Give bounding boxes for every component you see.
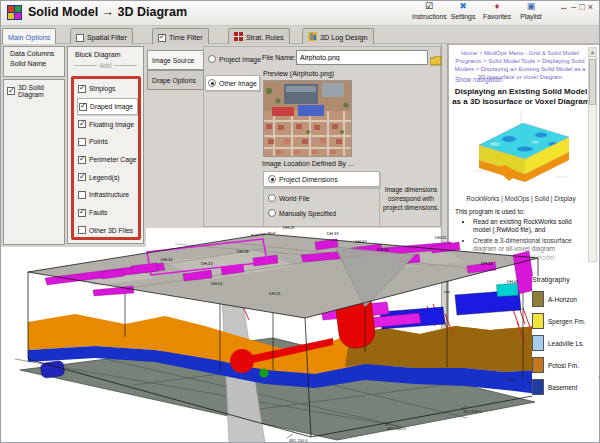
- settings-button[interactable]: ✖ Settings: [446, 1, 480, 20]
- option-draped-image[interactable]: Draped Image: [77, 98, 138, 116]
- favorites-button[interactable]: ♦ Favorites: [480, 1, 514, 20]
- image-location-title: Image Location Defined By ...: [262, 160, 354, 167]
- add-separator: Add: [74, 62, 137, 69]
- svg-text:DH-13: DH-13: [201, 261, 213, 266]
- perimeter-cage-checkbox[interactable]: [78, 156, 86, 164]
- svg-text:DH-21: DH-21: [269, 291, 281, 296]
- a-horizon-swatch: [532, 291, 544, 307]
- 3d-block-diagram[interactable]: DH-29 DH-33 DH-67 DH-35 DH-32 DH-24 DH-0…: [15, 222, 545, 443]
- spatial-filter-checkbox[interactable]: [76, 34, 84, 42]
- svg-text:DH-10: DH-10: [161, 257, 173, 262]
- option-legends[interactable]: Legend(s): [77, 168, 138, 186]
- draped-image-checkbox[interactable]: [79, 103, 87, 111]
- svg-text:-700.0: -700.0: [505, 377, 518, 382]
- legend-item-spergen: Spergen Fm.: [532, 310, 598, 332]
- time-filter-checkbox[interactable]: [158, 34, 166, 42]
- radio-manually-specified[interactable]: Manually Specified: [264, 202, 379, 217]
- option-floating-image[interactable]: Floating Image: [77, 115, 138, 133]
- legend-item-potosi: Potosi Fm.: [532, 354, 598, 376]
- faults-checkbox[interactable]: [78, 209, 86, 217]
- data-columns-item[interactable]: Data Columns: [4, 47, 64, 57]
- svg-text:DH-35: DH-35: [377, 247, 389, 252]
- svg-text:DH-29: DH-29: [283, 225, 295, 230]
- preview-label: Preview (Airphoto.png): [263, 70, 334, 77]
- radio-project-dimensions[interactable]: Project Dimensions: [263, 171, 380, 187]
- basement-swatch: [532, 379, 544, 395]
- block-diagram-panel: Block Diagram Add Striplogs Draped Image…: [67, 46, 144, 244]
- points-checkbox[interactable]: [78, 138, 86, 146]
- help-intro: This program is used to:: [455, 208, 525, 215]
- window-title: Solid Model → 3D Diagram: [28, 5, 187, 19]
- help-caption: RockWorks | ModOps | Solid | Display: [449, 195, 593, 202]
- tab-strat-rules[interactable]: Strat. Rules: [228, 28, 290, 44]
- striplogs-checkbox[interactable]: [78, 85, 86, 93]
- svg-text:DH-51: DH-51: [211, 281, 223, 286]
- option-points[interactable]: Points: [77, 133, 138, 151]
- floating-image-checkbox[interactable]: [78, 120, 86, 128]
- solid-diagram-checkbox[interactable]: [7, 87, 15, 95]
- strat-rules-icon: [234, 32, 243, 43]
- show-navigation-link[interactable]: Show navigation: [455, 76, 503, 83]
- scroll-up-icon[interactable]: ▲: [589, 48, 596, 57]
- svg-text:481,700.0: 481,700.0: [289, 438, 308, 443]
- playlist-button[interactable]: ▣ Playlist: [514, 1, 548, 20]
- log-design-icon: [308, 32, 317, 43]
- settings-icon: ✖: [446, 1, 480, 12]
- svg-text:452,999.0: 452,999.0: [463, 409, 482, 414]
- window-controls[interactable]: ↔–□×: [559, 2, 596, 12]
- manually-specified-radio[interactable]: [268, 209, 276, 217]
- airphoto-preview-image: [263, 80, 352, 157]
- world-file-radio[interactable]: [268, 194, 276, 202]
- legend-item-leadville: Leadville Ls.: [532, 332, 598, 354]
- radio-project-image[interactable]: Project Image: [208, 55, 261, 63]
- solid-diagram-option[interactable]: 3D Solid Diagram: [4, 80, 64, 98]
- project-dimensions-radio[interactable]: [268, 175, 276, 183]
- favorites-icon: ♦: [480, 1, 514, 12]
- help-scrollbar[interactable]: ▲: [588, 47, 597, 262]
- block-diagram-title: Block Diagram: [68, 47, 143, 58]
- svg-text:DH-05: DH-05: [507, 279, 519, 284]
- browse-folder-button[interactable]: [430, 52, 442, 70]
- leadville-swatch: [532, 335, 544, 351]
- options-highlight-box: Striplogs Draped Image Floating Image Po…: [71, 76, 141, 240]
- svg-text:482,000.0: 482,000.0: [387, 426, 406, 431]
- title-bar: Solid Model → 3D Diagram ☑ Instructions …: [0, 0, 600, 26]
- tab-3d-log-design[interactable]: 3D Log Design: [302, 28, 374, 44]
- file-name-input[interactable]: [296, 50, 428, 65]
- option-striplogs[interactable]: Striplogs: [77, 80, 138, 98]
- help-heading: Displaying an Existing Solid Model as a …: [452, 87, 590, 107]
- svg-text:DH-18: DH-18: [237, 249, 249, 254]
- svg-text:DH-67: DH-67: [355, 239, 367, 244]
- tab-bar: Main Options Spatial Filter Time Filter …: [0, 26, 600, 44]
- file-name-label: File Name:: [262, 54, 296, 61]
- tab-spatial-filter[interactable]: Spatial Filter: [70, 28, 133, 44]
- tab-image-source[interactable]: Image Source: [147, 50, 204, 70]
- legend-item-a-horizon: A-Horizon: [532, 288, 598, 310]
- solid-name-item[interactable]: Solid Name: [4, 57, 64, 67]
- option-infrastructure[interactable]: Infrastructure: [77, 186, 138, 204]
- option-perimeter-cage[interactable]: Perimeter Cage: [77, 151, 138, 169]
- radio-other-image[interactable]: Other Image: [205, 75, 260, 91]
- instructions-button[interactable]: ☑ Instructions: [412, 1, 446, 20]
- app-icon: [7, 5, 22, 24]
- scroll-thumb[interactable]: [589, 59, 596, 105]
- option-faults[interactable]: Faults: [77, 204, 138, 222]
- spergen-swatch: [532, 313, 544, 329]
- svg-text:DH-33: DH-33: [327, 231, 339, 236]
- other-image-radio[interactable]: [208, 79, 216, 87]
- instructions-icon: ☑: [412, 1, 446, 12]
- tab-drape-options[interactable]: Drape Options: [147, 70, 204, 90]
- stratigraphy-legend: Stratigraphy A-Horizon Spergen Fm. Leadv…: [532, 276, 598, 398]
- radio-world-file[interactable]: World File: [264, 189, 379, 202]
- tab-main-options[interactable]: Main Options: [2, 28, 56, 44]
- infrastructure-checkbox[interactable]: [78, 191, 86, 199]
- project-image-radio[interactable]: [208, 55, 216, 63]
- legend-title: Stratigraphy: [532, 276, 598, 283]
- tab-time-filter[interactable]: Time Filter: [152, 28, 209, 44]
- image-dimensions-note: Image dimensions correspond with project…: [382, 186, 440, 212]
- legends-checkbox[interactable]: [78, 173, 86, 181]
- svg-text:DH-24: DH-24: [481, 261, 493, 266]
- svg-text:DH-32: DH-32: [435, 235, 447, 240]
- voxel-model-image: [465, 111, 577, 195]
- data-tabs-panel: Data Columns Solid Name: [3, 46, 65, 77]
